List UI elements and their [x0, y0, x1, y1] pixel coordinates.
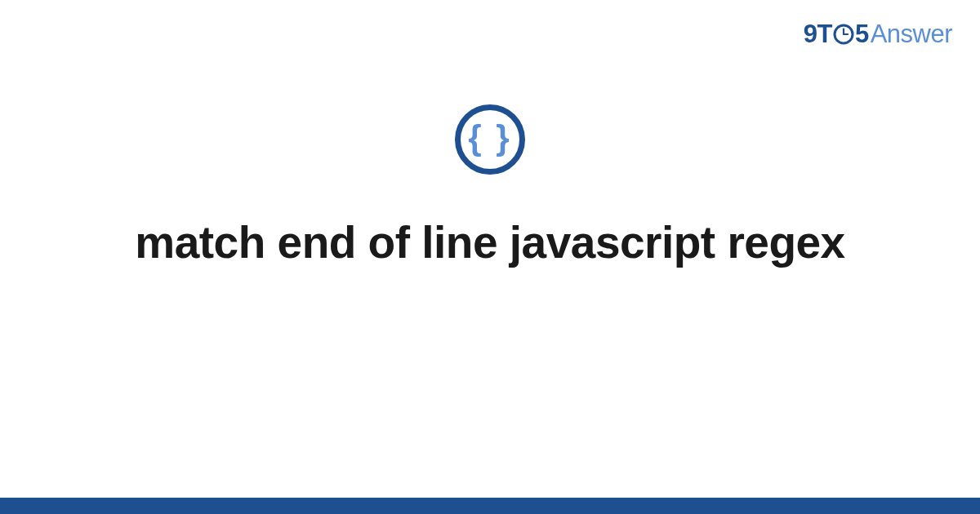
- topic-icon: { }: [455, 104, 525, 175]
- brand-logo: 9T 5 Answer: [804, 20, 952, 49]
- brand-clock-o-icon: [833, 24, 854, 45]
- brand-part-answer: Answer: [871, 20, 952, 49]
- page-title: match end of line javascript regex: [0, 216, 980, 268]
- brand-part-9t: 9T: [804, 20, 832, 49]
- code-braces-icon: { }: [468, 121, 511, 155]
- footer-bar: [0, 498, 980, 514]
- brand-part-5: 5: [855, 20, 869, 49]
